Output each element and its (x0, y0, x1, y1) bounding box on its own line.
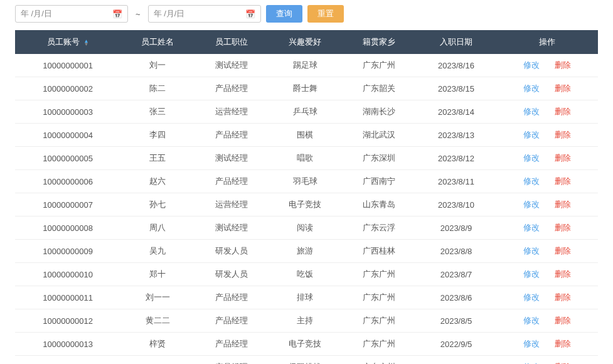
edit-link[interactable]: 修改 (523, 107, 540, 116)
cell-hire_date: 2023/8/7 (416, 263, 496, 286)
col-position: 员工职位 (195, 30, 269, 54)
cell-hobby: 极限挑战 (269, 356, 343, 365)
cell-hometown: 广东广州 (342, 263, 416, 286)
date-from-input[interactable]: 年 /月/日 📅 (15, 5, 128, 23)
cell-hometown: 山东青岛 (342, 193, 416, 217)
table-row: 10000000014vigo产品经理极限挑战广东广州2022/8/1修改删除 (15, 356, 598, 365)
calendar-icon: 📅 (245, 9, 255, 19)
cell-position: 产品经理 (195, 77, 269, 100)
date-range-separator: ~ (133, 9, 143, 19)
table-row: 10000000010郑十研发人员吃饭广东广州2023/8/7修改删除 (15, 263, 598, 286)
cell-account: 10000000012 (15, 309, 120, 333)
edit-link[interactable]: 修改 (523, 292, 540, 302)
col-name: 员工姓名 (120, 30, 195, 54)
cell-position: 运营经理 (195, 193, 269, 217)
cell-hometown: 广东深圳 (342, 147, 416, 170)
delete-link[interactable]: 删除 (555, 223, 571, 232)
cell-actions: 修改删除 (496, 124, 598, 147)
edit-link[interactable]: 修改 (523, 83, 540, 93)
cell-name: 刘一 (120, 54, 195, 77)
delete-link[interactable]: 删除 (555, 153, 571, 163)
query-button[interactable]: 查询 (266, 5, 302, 23)
delete-link[interactable]: 删除 (555, 130, 571, 139)
cell-name: 赵六 (120, 170, 195, 193)
cell-position: 产品经理 (195, 309, 269, 333)
delete-link[interactable]: 删除 (555, 316, 571, 325)
cell-hire_date: 2022/9/5 (416, 333, 496, 356)
table-header-row: 员工账号 ▲▼ 员工姓名 员工职位 兴趣爱好 籍贯家乡 入职日期 操作 (15, 30, 598, 54)
date-from-placeholder: 年 /月/日 (21, 8, 52, 19)
delete-link[interactable]: 删除 (555, 200, 571, 209)
cell-hire_date: 2023/8/8 (416, 240, 496, 263)
cell-hobby: 吃饭 (269, 263, 343, 286)
table-row: 10000000011刘一一产品经理排球广东广州2023/8/6修改删除 (15, 286, 598, 309)
delete-link[interactable]: 删除 (555, 107, 571, 116)
col-hobby: 兴趣爱好 (269, 30, 343, 54)
table-row: 10000000006赵六产品经理羽毛球广西南宁2023/8/11修改删除 (15, 170, 598, 193)
edit-link[interactable]: 修改 (523, 269, 540, 279)
col-account[interactable]: 员工账号 ▲▼ (15, 30, 120, 54)
cell-account: 10000000014 (15, 356, 120, 365)
cell-name: 黄二二 (120, 309, 195, 333)
cell-position: 产品经理 (195, 124, 269, 147)
cell-hobby: 电子竞技 (269, 193, 343, 217)
cell-name: 王五 (120, 147, 195, 170)
cell-hobby: 排球 (269, 286, 343, 309)
cell-actions: 修改删除 (496, 147, 598, 170)
date-to-placeholder: 年 /月/日 (154, 8, 185, 19)
cell-hometown: 广东广州 (342, 309, 416, 333)
cell-actions: 修改删除 (496, 77, 598, 100)
delete-link[interactable]: 删除 (555, 269, 571, 279)
col-actions: 操作 (496, 30, 598, 54)
cell-actions: 修改删除 (496, 286, 598, 309)
delete-link[interactable]: 删除 (555, 83, 571, 93)
edit-link[interactable]: 修改 (523, 153, 540, 163)
cell-hobby: 阅读 (269, 217, 343, 240)
cell-hire_date: 2023/8/12 (416, 147, 496, 170)
edit-link[interactable]: 修改 (523, 60, 540, 70)
cell-name: 张三 (120, 100, 195, 124)
table-row: 10000000012黄二二产品经理主持广东广州2023/8/5修改删除 (15, 309, 598, 333)
cell-name: 吴九 (120, 240, 195, 263)
edit-link[interactable]: 修改 (523, 339, 540, 348)
cell-hometown: 广东广州 (342, 54, 416, 77)
delete-link[interactable]: 删除 (555, 176, 571, 186)
employee-table: 员工账号 ▲▼ 员工姓名 员工职位 兴趣爱好 籍贯家乡 入职日期 操作 1000… (15, 30, 598, 364)
table-row: 10000000002陈二产品经理爵士舞广东韶关2023/8/15修改删除 (15, 77, 598, 100)
cell-actions: 修改删除 (496, 217, 598, 240)
date-to-input[interactable]: 年 /月/日 📅 (148, 5, 261, 23)
edit-link[interactable]: 修改 (523, 200, 540, 209)
edit-link[interactable]: 修改 (523, 246, 540, 255)
delete-link[interactable]: 删除 (555, 292, 571, 302)
table-row: 10000000001刘一测试经理踢足球广东广州2023/8/16修改删除 (15, 54, 598, 77)
cell-hire_date: 2023/8/14 (416, 100, 496, 124)
delete-link[interactable]: 删除 (555, 339, 571, 348)
edit-link[interactable]: 修改 (523, 223, 540, 232)
edit-link[interactable]: 修改 (523, 176, 540, 186)
cell-account: 10000000013 (15, 333, 120, 356)
cell-position: 测试经理 (195, 217, 269, 240)
cell-hobby: 乒乓球 (269, 100, 343, 124)
cell-position: 测试经理 (195, 147, 269, 170)
edit-link[interactable]: 修改 (523, 316, 540, 325)
cell-hire_date: 2023/8/15 (416, 77, 496, 100)
cell-name: 梓贤 (120, 333, 195, 356)
cell-hometown: 广东云浮 (342, 217, 416, 240)
cell-account: 10000000011 (15, 286, 120, 309)
cell-account: 10000000003 (15, 100, 120, 124)
cell-hobby: 旅游 (269, 240, 343, 263)
cell-hire_date: 2023/8/16 (416, 54, 496, 77)
cell-hire_date: 2023/8/10 (416, 193, 496, 217)
cell-actions: 修改删除 (496, 333, 598, 356)
edit-link[interactable]: 修改 (523, 130, 540, 139)
delete-link[interactable]: 删除 (555, 246, 571, 255)
cell-hometown: 广东韶关 (342, 77, 416, 100)
cell-hometown: 广东广州 (342, 333, 416, 356)
cell-hire_date: 2023/8/13 (416, 124, 496, 147)
table-row: 10000000008周八测试经理阅读广东云浮2023/8/9修改删除 (15, 217, 598, 240)
cell-actions: 修改删除 (496, 170, 598, 193)
cell-position: 研发人员 (195, 263, 269, 286)
cell-account: 10000000006 (15, 170, 120, 193)
reset-button[interactable]: 重置 (307, 5, 344, 23)
delete-link[interactable]: 删除 (555, 60, 571, 70)
